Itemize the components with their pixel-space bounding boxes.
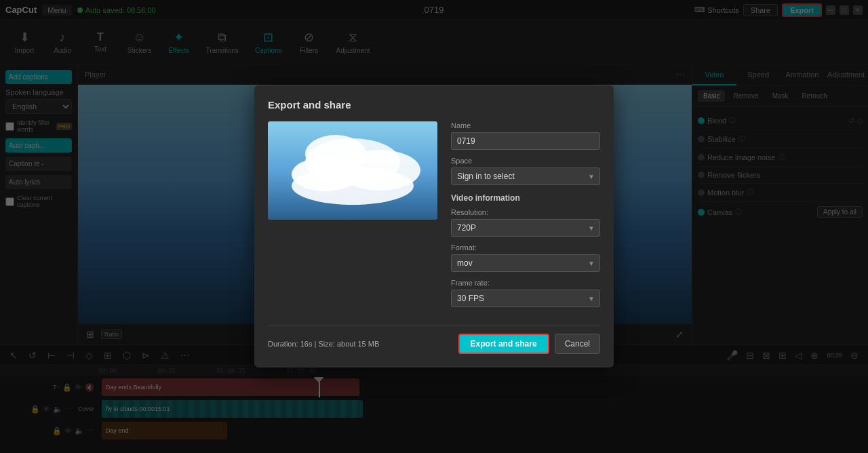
- modal-overlay: Export and share: [0, 0, 868, 453]
- duration-info: Duration: 16s | Size: about 15 MB: [268, 340, 379, 348]
- format-select[interactable]: mov mp4: [451, 254, 600, 272]
- modal-actions: Export and share Cancel: [458, 334, 600, 354]
- modal-footer: Duration: 16s | Size: about 15 MB Export…: [268, 325, 600, 354]
- space-field-row: Space Sign in to select ▼: [451, 157, 600, 185]
- svg-point-11: [305, 135, 366, 173]
- resolution-select-wrapper: 720P 1080P ▼: [451, 219, 600, 237]
- framerate-select-wrapper: 30 FPS 60 FPS ▼: [451, 290, 600, 307]
- modal-form: Name Space Sign in to select ▼ Video inf…: [451, 121, 600, 314]
- modal-body: Name Space Sign in to select ▼ Video inf…: [268, 121, 600, 314]
- space-select-wrapper: Sign in to select ▼: [451, 168, 600, 185]
- framerate-select[interactable]: 30 FPS 60 FPS: [451, 290, 600, 307]
- resolution-field-row: Resolution: 720P 1080P ▼: [451, 208, 600, 237]
- name-field-label: Name: [451, 121, 600, 130]
- name-input[interactable]: [451, 132, 600, 150]
- format-label: Format:: [451, 243, 600, 252]
- format-field-row: Format: mov mp4 ▼: [451, 243, 600, 272]
- space-field-label: Space: [451, 157, 600, 165]
- framerate-field-row: Frame rate: 30 FPS 60 FPS ▼: [451, 279, 600, 307]
- export-and-share-button[interactable]: Export and share: [458, 334, 549, 354]
- preview-svg: [268, 121, 437, 220]
- format-select-wrapper: mov mp4 ▼: [451, 254, 600, 272]
- video-info-title: Video information: [451, 193, 600, 203]
- resolution-select[interactable]: 720P 1080P: [451, 219, 600, 237]
- space-select[interactable]: Sign in to select: [451, 168, 600, 185]
- name-field-row: Name: [451, 121, 600, 150]
- cancel-button[interactable]: Cancel: [555, 334, 600, 354]
- framerate-label: Frame rate:: [451, 279, 600, 287]
- modal-title: Export and share: [268, 99, 600, 111]
- modal-preview-thumbnail: [268, 121, 437, 220]
- resolution-label: Resolution:: [451, 208, 600, 216]
- export-modal: Export and share: [254, 85, 614, 368]
